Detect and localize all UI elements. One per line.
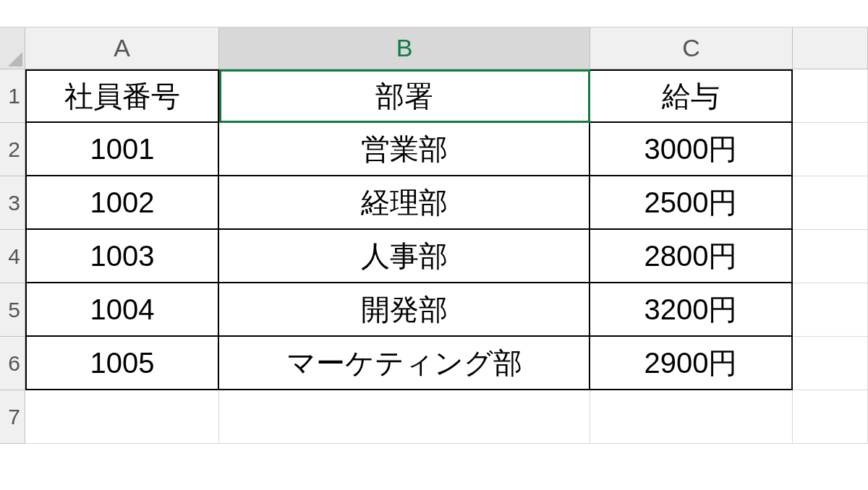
cell-c1[interactable]: 給与 [590,69,793,123]
cell-b2[interactable]: 営業部 [219,123,590,176]
cell-c5[interactable]: 3200円 [590,283,793,337]
row-header-7[interactable]: 7 [0,390,25,444]
cell-d2[interactable] [793,123,868,176]
cell-b7[interactable] [219,390,590,444]
cell-d1[interactable] [793,69,868,123]
cell-d6[interactable] [793,337,868,390]
cell-a6[interactable]: 1005 [25,337,219,390]
cell-a5[interactable]: 1004 [25,283,219,337]
cell-c2[interactable]: 3000円 [590,123,793,176]
row-header-5[interactable]: 5 [0,283,25,337]
cell-b3[interactable]: 経理部 [219,176,590,230]
cell-a2[interactable]: 1001 [25,123,219,176]
cell-a4[interactable]: 1003 [25,230,219,283]
column-header-a[interactable]: A [25,27,219,69]
cell-d7[interactable] [793,390,868,444]
cell-d4[interactable] [793,230,868,283]
cell-a1[interactable]: 社員番号 [25,69,219,123]
select-all-corner[interactable] [0,27,25,69]
formula-bar-area [0,0,868,27]
cell-b6[interactable]: マーケティング部 [219,337,590,390]
cell-a3[interactable]: 1002 [25,176,219,230]
row-header-6[interactable]: 6 [0,337,25,390]
cell-c4[interactable]: 2800円 [590,230,793,283]
spreadsheet-grid[interactable]: A B C 1 社員番号 部署 給与 2 1001 営業部 3000円 3 10… [0,0,868,444]
row-header-4[interactable]: 4 [0,230,25,283]
row-header-2[interactable]: 2 [0,123,25,176]
select-all-triangle-icon [8,52,22,66]
cell-a7[interactable] [25,390,219,444]
cell-c6[interactable]: 2900円 [590,337,793,390]
cell-d3[interactable] [793,176,868,230]
cell-d5[interactable] [793,283,868,337]
row-header-3[interactable]: 3 [0,176,25,230]
cell-c7[interactable] [590,390,793,444]
cell-b4[interactable]: 人事部 [219,230,590,283]
cell-c3[interactable]: 2500円 [590,176,793,230]
row-header-1[interactable]: 1 [0,69,25,123]
cell-b5[interactable]: 開発部 [219,283,590,337]
column-header-d[interactable] [793,27,868,69]
column-header-c[interactable]: C [590,27,793,69]
column-header-b[interactable]: B [219,27,590,69]
cell-b1[interactable]: 部署 [219,69,590,123]
